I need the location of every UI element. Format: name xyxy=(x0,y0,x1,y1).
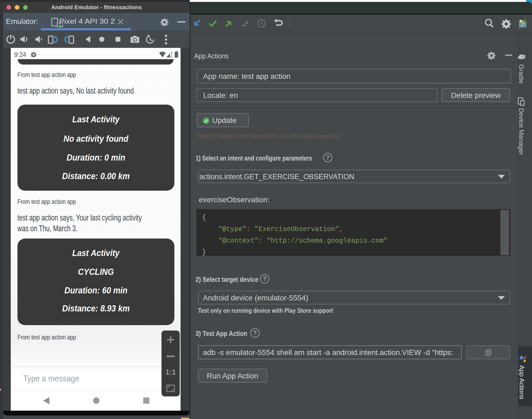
svg-text:?: ? xyxy=(253,329,257,336)
svg-text:?: ? xyxy=(263,275,266,282)
svg-text:?: ? xyxy=(326,154,329,161)
